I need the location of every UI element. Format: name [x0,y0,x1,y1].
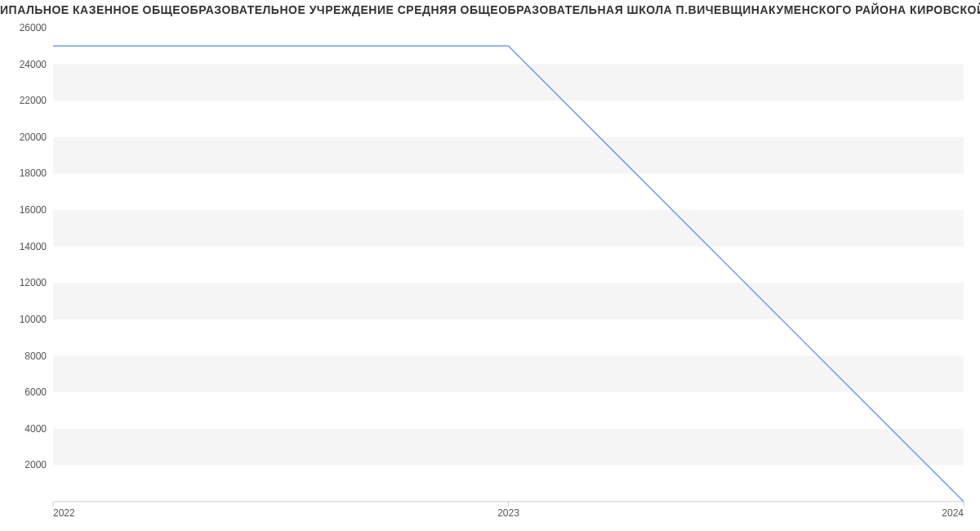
grid-band [53,283,964,319]
x-tick-label: 2024 [942,507,964,519]
y-tick-label: 16000 [20,204,47,216]
y-tick-label: 12000 [20,277,47,288]
y-tick-label: 20000 [20,132,47,143]
y-tick-label: 4000 [24,423,47,435]
y-tick-label: 14000 [20,241,47,252]
grid-band [53,137,964,174]
y-tick-label: 2000 [24,459,47,471]
chart-title: ИПАЛЬНОЕ КАЗЕННОЕ ОБЩЕОБРАЗОВАТЕЛЬНОЕ УЧ… [0,0,980,20]
grid-band [53,429,964,466]
x-tick-label: 2022 [53,507,75,519]
chart-svg: 2000400060008000100001200014000160001800… [0,20,980,526]
y-tick-label: 8000 [24,350,47,362]
grid-band [53,65,964,101]
grid-band [53,356,964,393]
chart-area: 2000400060008000100001200014000160001800… [0,20,980,526]
y-tick-label: 18000 [20,167,47,179]
y-tick-label: 26000 [20,22,47,33]
y-tick-label: 24000 [20,59,47,70]
y-tick-label: 10000 [20,314,47,325]
y-tick-label: 6000 [24,386,47,398]
y-tick-label: 22000 [20,95,47,106]
grid-band [53,210,964,247]
x-tick-label: 2023 [497,507,519,519]
